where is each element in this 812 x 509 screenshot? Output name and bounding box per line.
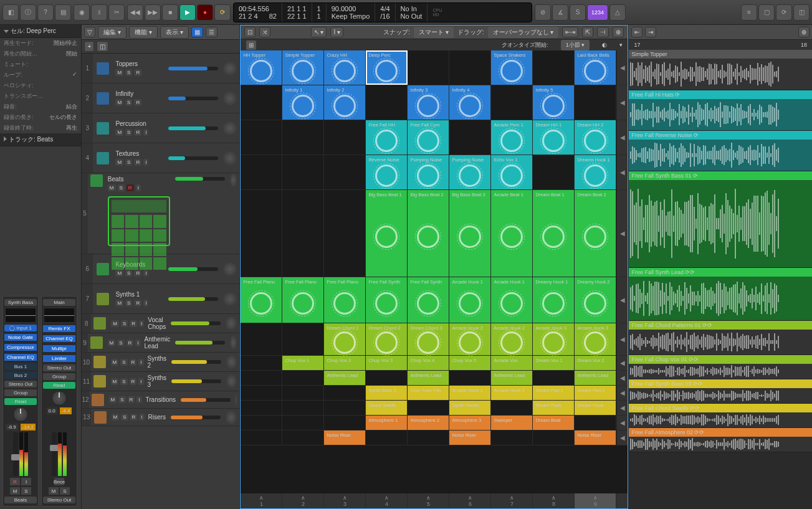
loop-cell[interactable] bbox=[533, 431, 575, 445]
loop-cell[interactable]: Free Fall Piano bbox=[282, 277, 324, 323]
track-row[interactable]: 12 MSRITransitions bbox=[82, 391, 239, 409]
inspector-property[interactable]: 再生の開始…開始 bbox=[0, 49, 81, 59]
track-icon[interactable] bbox=[95, 61, 110, 76]
stop-button[interactable]: ■ bbox=[162, 4, 178, 21]
track-m-button[interactable]: M bbox=[108, 184, 116, 191]
master-volume[interactable]: 1234 bbox=[587, 4, 608, 21]
loop-cell[interactable]: Dream Chord 2 bbox=[366, 323, 408, 355]
add-track-button[interactable]: + bbox=[84, 41, 94, 52]
catch-button[interactable]: ⊣ bbox=[597, 27, 609, 37]
track-s-button[interactable]: S bbox=[125, 69, 132, 76]
track-icon[interactable] bbox=[90, 173, 103, 188]
track-pan-knob[interactable] bbox=[223, 62, 237, 75]
loop-cell[interactable]: Crazy HH bbox=[324, 50, 366, 85]
track-i-button[interactable]: I bbox=[143, 159, 148, 166]
loop-cell[interactable]: Dreamy Hook 1 bbox=[533, 277, 575, 323]
loop-cell[interactable]: Infinity 5 bbox=[533, 85, 575, 120]
quantize-dropdown[interactable]: 1小節 ▾ bbox=[561, 40, 590, 50]
loop-cell[interactable]: Chop Vox 3 bbox=[366, 356, 408, 370]
loop-cell[interactable]: Free Fall Piano bbox=[324, 277, 366, 323]
track-r-button[interactable]: R bbox=[130, 359, 137, 366]
track-pan-knob[interactable] bbox=[236, 393, 237, 407]
loop-cell[interactable]: Deep Perc bbox=[366, 50, 408, 85]
loop-cell[interactable]: Big Bass Beat 2 bbox=[408, 190, 449, 277]
track-r-button[interactable]: R bbox=[130, 320, 137, 327]
scene-trigger[interactable]: ∧9 bbox=[575, 493, 616, 508]
region-clip[interactable]: Free Fall Chord Swells ⟳⟳ bbox=[629, 404, 812, 428]
region-clip[interactable]: Free Fall Reverse Noise ⟳ bbox=[629, 131, 812, 171]
track-r-button[interactable]: R bbox=[130, 378, 137, 385]
scene-trigger[interactable]: ∧4 bbox=[366, 493, 408, 508]
loop-cell[interactable] bbox=[241, 190, 282, 277]
insert-slot[interactable]: Channel EQ bbox=[43, 335, 75, 342]
track-s-button[interactable]: S bbox=[118, 396, 125, 403]
cycle-button[interactable]: ⟳ bbox=[214, 4, 231, 21]
track-m-button[interactable]: M bbox=[115, 99, 123, 106]
track-s-button[interactable]: S bbox=[120, 378, 127, 385]
scene-trigger[interactable]: ∧8 bbox=[533, 493, 575, 508]
loop-cell[interactable]: Arcade Vox bbox=[491, 356, 533, 370]
inspector-property[interactable]: 録音:結合 bbox=[0, 102, 81, 112]
track-s-button[interactable]: S bbox=[125, 159, 132, 166]
loop-cell[interactable] bbox=[491, 431, 533, 445]
track-pan-knob[interactable] bbox=[226, 411, 237, 424]
loop-cell[interactable]: Atmosphere 2 bbox=[408, 416, 449, 430]
track-row[interactable]: 5 Beats MSRI bbox=[82, 173, 239, 254]
mute-button[interactable]: M bbox=[10, 487, 20, 495]
track-m-button[interactable]: M bbox=[109, 396, 117, 403]
loop-cell[interactable]: Reverse Noise bbox=[366, 155, 408, 189]
browser-button[interactable]: ◫ bbox=[793, 4, 810, 21]
loop-cell[interactable]: Space Shakers bbox=[491, 50, 533, 85]
loop-cell[interactable] bbox=[282, 401, 324, 415]
loop-cell[interactable]: Arcade Hook 3 bbox=[533, 323, 575, 355]
region-clip[interactable]: Simple Topper bbox=[629, 50, 812, 90]
loop-cell[interactable]: Free Fall HH bbox=[366, 120, 408, 155]
loop-cell[interactable]: Free Fall Cym bbox=[408, 120, 449, 155]
loop-cell[interactable]: Dreamy Hook 2 bbox=[575, 277, 616, 323]
track-r-button[interactable]: R bbox=[134, 270, 141, 277]
loop-cell[interactable]: Atmosphere 3 bbox=[449, 416, 491, 430]
track-r-button[interactable]: R bbox=[128, 396, 135, 403]
loop-cell[interactable] bbox=[366, 431, 408, 445]
loop-cell[interactable] bbox=[533, 50, 575, 85]
group-slot[interactable]: Group bbox=[43, 373, 75, 380]
output-slot[interactable]: Stereo Out bbox=[4, 381, 37, 388]
loop-cell[interactable]: Chop Vox 1 bbox=[282, 356, 324, 370]
loop-cell[interactable]: Dream Hook bbox=[575, 401, 616, 415]
output-slot[interactable]: Stereo Out bbox=[43, 364, 75, 371]
inspector-button[interactable]: ⓘ bbox=[20, 4, 36, 21]
loop-cell[interactable]: Chop Vox 2 bbox=[324, 356, 366, 370]
loop-cell[interactable] bbox=[282, 416, 324, 430]
loop-cell[interactable]: Dream Beat 1 bbox=[533, 190, 575, 277]
mute-button[interactable]: M bbox=[49, 487, 59, 495]
loop-cell[interactable]: Sweeper bbox=[491, 416, 533, 430]
automation-mode[interactable]: Read bbox=[43, 382, 75, 389]
track-row[interactable]: 8 MSRIVocal Chops bbox=[82, 314, 239, 333]
loop-cell[interactable] bbox=[491, 85, 533, 120]
loop-cell[interactable] bbox=[324, 401, 366, 415]
play-button[interactable]: ▶ bbox=[179, 4, 196, 21]
track-i-button[interactable]: I bbox=[143, 300, 148, 307]
track-m-button[interactable]: M bbox=[111, 378, 119, 385]
loop-cell[interactable]: Arcade Hook 2 bbox=[491, 323, 533, 355]
row-trigger[interactable]: ◀ bbox=[616, 120, 628, 155]
loop-cell[interactable] bbox=[449, 371, 491, 385]
loop-cell[interactable]: Arcade Hook 1 bbox=[449, 277, 491, 323]
loop-cell[interactable]: Laid Back Bells bbox=[575, 50, 616, 85]
region-clip[interactable]: Free Fall Synth Bass 03 ⟳⟳ bbox=[629, 379, 812, 404]
track-r-button[interactable]: R bbox=[134, 69, 141, 76]
loop-cell[interactable]: Chip Tune Fills bbox=[408, 386, 449, 400]
loop-cell[interactable] bbox=[324, 386, 366, 400]
loop-cell[interactable]: Arcade Hook 2 bbox=[449, 323, 491, 355]
count-in-button[interactable]: ∡ bbox=[552, 4, 568, 21]
track-s-button[interactable]: S bbox=[121, 320, 128, 327]
track-row[interactable]: 4 Textures MSRI bbox=[82, 143, 239, 173]
inspector-property[interactable]: ベロシティ: bbox=[0, 80, 81, 91]
automation-mode[interactable]: Read bbox=[4, 398, 37, 405]
loop-cell[interactable]: Arcade Hook 3 bbox=[575, 323, 616, 355]
scene-trigger[interactable]: ∧6 bbox=[449, 493, 491, 508]
metronome-button[interactable]: △ bbox=[609, 4, 626, 21]
loop-cell[interactable]: HH Topper bbox=[241, 50, 282, 85]
eq-thumbnail[interactable] bbox=[5, 308, 36, 323]
track-r-button[interactable]: R bbox=[134, 159, 141, 166]
